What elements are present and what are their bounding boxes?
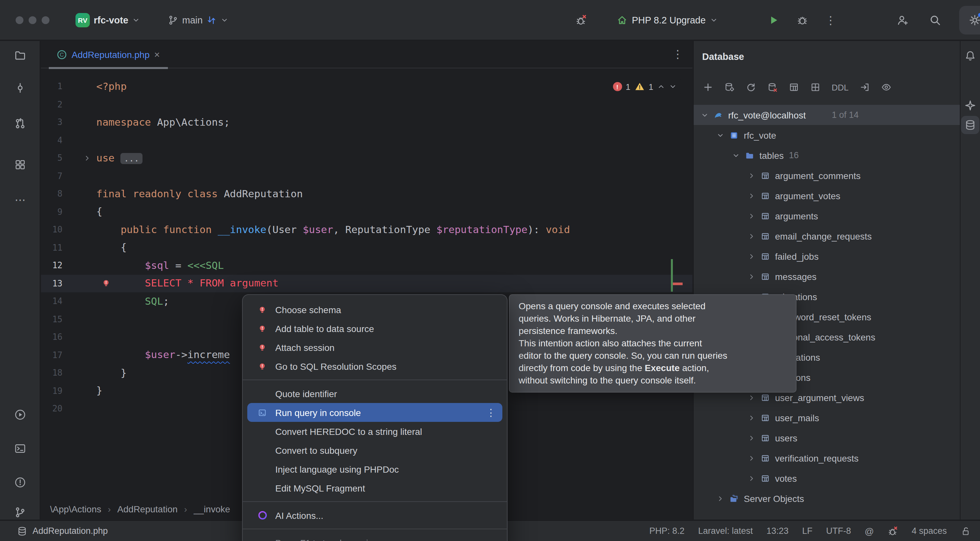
chevron-right-icon[interactable] xyxy=(745,394,759,401)
popup-item[interactable]: AI Actions... xyxy=(243,506,507,525)
code-line[interactable]: 13 SELECT * FROM argument xyxy=(41,274,692,292)
popup-item[interactable]: Go to SQL Resolution Scopes xyxy=(243,357,507,376)
run-configuration-selector[interactable]: PHP 8.2 Upgrade xyxy=(617,0,718,40)
problems-tool-button[interactable] xyxy=(11,473,29,492)
editor-options-button[interactable]: ⋮ xyxy=(672,48,683,61)
ai-assistant-tool-button[interactable] xyxy=(961,96,979,115)
query-console-icon[interactable] xyxy=(860,82,870,93)
version-control-tool-button[interactable] xyxy=(11,503,29,522)
search-everywhere-button[interactable] xyxy=(929,0,941,40)
tree-row[interactable]: user_mails xyxy=(694,407,960,428)
data-grid-icon[interactable] xyxy=(810,82,821,93)
chevron-right-icon[interactable] xyxy=(745,273,759,280)
popup-item[interactable]: Add table to data source xyxy=(243,319,507,338)
settings-button[interactable] xyxy=(969,14,980,26)
run-button[interactable] xyxy=(768,0,780,40)
chevron-right-icon[interactable] xyxy=(745,192,759,199)
branch-selector[interactable]: main xyxy=(168,0,229,40)
bug-muted-icon[interactable] xyxy=(888,526,898,536)
popup-item[interactable]: Attach session xyxy=(243,338,507,357)
eye-icon[interactable] xyxy=(881,82,891,93)
more-tools-button[interactable]: ⋯ xyxy=(11,191,29,209)
disconnect-icon[interactable] xyxy=(767,82,778,93)
code-line[interactable]: 8final readonly class AddReputation xyxy=(41,185,692,203)
code-line[interactable]: 10 public function __invoke(User $user, … xyxy=(41,221,692,239)
table-view-icon[interactable] xyxy=(789,82,799,93)
datasource-properties-icon[interactable] xyxy=(724,82,735,93)
caret-position-widget[interactable]: 13:23 xyxy=(767,526,789,536)
fold-arrow-icon[interactable] xyxy=(83,154,91,162)
notifications-button[interactable] xyxy=(961,47,979,65)
status-current-file[interactable]: AddReputation.php xyxy=(17,526,108,536)
zoom-window-button[interactable] xyxy=(41,16,49,24)
chevron-right-icon[interactable] xyxy=(713,495,727,502)
code-line[interactable]: 11 { xyxy=(41,239,692,257)
tree-row[interactable]: email_change_requests xyxy=(694,226,960,246)
tree-row[interactable]: rfc_vote@localhost1 of 14 xyxy=(694,105,960,125)
more-actions-button[interactable]: ⋮ xyxy=(825,0,836,40)
pull-requests-tool-button[interactable] xyxy=(11,115,29,133)
popup-item[interactable]: Choose schema xyxy=(243,300,507,319)
chevron-down-icon[interactable] xyxy=(713,131,727,139)
tree-row[interactable]: votes xyxy=(694,468,960,488)
code-line[interactable]: 2 xyxy=(41,96,692,113)
inspections-widget[interactable]: ! 1 1 xyxy=(608,78,682,95)
annotation-widget[interactable]: @ xyxy=(864,526,873,536)
tab-addreputation-php[interactable]: C AddReputation.php × xyxy=(49,41,167,68)
chevron-right-icon[interactable] xyxy=(745,232,759,240)
commit-tool-button[interactable] xyxy=(11,79,29,97)
encoding-widget[interactable]: UTF-8 xyxy=(826,526,851,536)
indent-widget[interactable]: 4 spaces xyxy=(912,526,947,536)
chevron-right-icon[interactable] xyxy=(745,474,759,482)
chevron-up-icon[interactable] xyxy=(657,83,665,91)
chevron-right-icon[interactable] xyxy=(745,434,759,442)
unlock-icon[interactable] xyxy=(961,526,971,536)
more-options-icon[interactable]: ⋮ xyxy=(486,407,496,418)
code-line[interactable]: 5use ... xyxy=(41,149,692,167)
breadcrumb-item[interactable]: AddReputation xyxy=(118,504,178,514)
chevron-right-icon[interactable] xyxy=(745,454,759,462)
minimize-window-button[interactable] xyxy=(29,16,37,24)
code-line[interactable]: 9{ xyxy=(41,203,692,221)
popup-item[interactable]: Convert to subquery xyxy=(243,441,507,460)
chevron-right-icon[interactable] xyxy=(745,212,759,220)
popup-item[interactable]: Inject language using PHPDoc xyxy=(243,460,507,479)
tree-row[interactable]: rfc_vote xyxy=(694,125,960,145)
code-line[interactable]: 12 $sql = <<<SQL xyxy=(41,257,692,274)
tree-row[interactable]: failed_jobs xyxy=(694,246,960,266)
code-with-me-button[interactable] xyxy=(897,0,908,40)
debug-button[interactable] xyxy=(797,0,808,40)
code-line[interactable]: 3namespace App\Actions; xyxy=(41,113,692,131)
fold-column[interactable] xyxy=(62,154,96,162)
tree-row[interactable]: messages xyxy=(694,266,960,286)
close-tab-button[interactable]: × xyxy=(154,49,160,60)
terminal-tool-button[interactable] xyxy=(11,439,29,458)
chevron-right-icon[interactable] xyxy=(745,172,759,179)
popup-item[interactable]: Edit MySQL Fragment xyxy=(243,479,507,497)
structure-tool-button[interactable] xyxy=(11,156,29,174)
new-datasource-icon[interactable] xyxy=(703,82,713,93)
chevron-right-icon[interactable] xyxy=(745,252,759,260)
refresh-icon[interactable] xyxy=(746,82,756,93)
tree-row[interactable]: argument_comments xyxy=(694,165,960,185)
popup-item[interactable]: Quote identifier xyxy=(243,384,507,403)
chevron-down-icon[interactable] xyxy=(729,152,743,159)
popup-item[interactable]: Convert HEREDOC to a string literal xyxy=(243,422,507,441)
chevron-right-icon[interactable] xyxy=(745,414,759,421)
tree-row[interactable]: tables16 xyxy=(694,145,960,165)
breadcrumb-item[interactable]: \App\Actions xyxy=(50,504,101,514)
folded-region[interactable]: ... xyxy=(121,153,143,164)
chevron-down-icon[interactable] xyxy=(698,111,712,119)
chevron-down-icon[interactable] xyxy=(669,83,677,91)
database-tool-button[interactable] xyxy=(961,116,979,134)
mute-breakpoints-button[interactable] xyxy=(575,0,587,40)
popup-item[interactable]: Run query in console⋮ xyxy=(247,403,502,422)
php-version-widget[interactable]: PHP: 8.2 xyxy=(649,526,684,536)
tree-row[interactable]: argument_votes xyxy=(694,185,960,206)
tree-row[interactable]: users xyxy=(694,428,960,448)
code-line[interactable]: 1<?php xyxy=(41,77,692,96)
ddl-button[interactable]: DDL xyxy=(832,82,848,92)
run-tool-button[interactable] xyxy=(11,405,29,424)
code-line[interactable]: 7 xyxy=(41,167,692,185)
tree-row[interactable]: verification_requests xyxy=(694,448,960,468)
